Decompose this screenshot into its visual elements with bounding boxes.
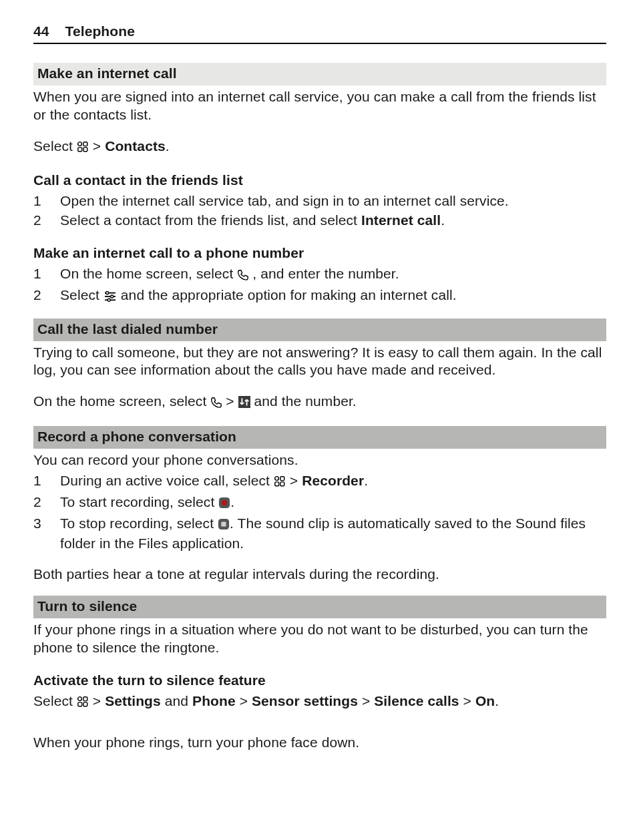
menu-icon	[77, 694, 89, 712]
chapter-title: Telephone	[65, 23, 135, 41]
stop-icon	[218, 517, 230, 535]
list-item: To start recording, select .	[33, 493, 606, 513]
body-text: Select > Settings and Phone > Sensor set…	[33, 692, 606, 712]
section-heading: Make an internet call	[33, 63, 606, 85]
phone-icon	[237, 267, 248, 285]
sub-heading: Activate the turn to silence feature	[33, 672, 606, 690]
section-heading: Call the last dialed number	[33, 319, 606, 341]
section-heading: Turn to silence	[33, 596, 606, 618]
phone-icon	[210, 395, 222, 413]
list-item: On the home screen, select , and enter t…	[33, 265, 606, 285]
page-header: 44 Telephone	[33, 23, 606, 44]
menu-icon	[274, 474, 286, 492]
list-item: Open the internet call service tab, and …	[33, 192, 606, 210]
sub-heading: Make an internet call to a phone number	[33, 244, 606, 262]
body-text: When your phone rings, turn your phone f…	[33, 734, 606, 752]
body-text: If your phone rings in a situation where…	[33, 621, 606, 657]
body-text: Both parties hear a tone at regular inte…	[33, 566, 606, 584]
body-text: When you are signed into an internet cal…	[33, 88, 606, 124]
list-item: To stop recording, select . The sound cl…	[33, 515, 606, 553]
body-text: Select > Contacts.	[33, 138, 606, 158]
sub-heading: Call a contact in the friends list	[33, 172, 606, 190]
body-text: Trying to call someone, but they are not…	[33, 344, 606, 380]
list-item: During an active voice call, select > Re…	[33, 472, 606, 492]
page-number: 44	[33, 23, 49, 41]
menu-icon	[77, 140, 89, 158]
numbered-list: During an active voice call, select > Re…	[33, 472, 606, 553]
options-icon	[103, 288, 117, 306]
body-text: On the home screen, select > and the num…	[33, 393, 606, 413]
redial-icon	[238, 395, 250, 413]
numbered-list: On the home screen, select , and enter t…	[33, 265, 606, 306]
list-item: Select and the appropriate option for ma…	[33, 286, 606, 306]
section-heading: Record a phone conversation	[33, 426, 606, 449]
body-text: You can record your phone conversations.	[33, 451, 606, 469]
list-item: Select a contact from the friends list, …	[33, 212, 606, 230]
record-icon	[218, 495, 230, 513]
numbered-list: Open the internet call service tab, and …	[33, 192, 606, 230]
